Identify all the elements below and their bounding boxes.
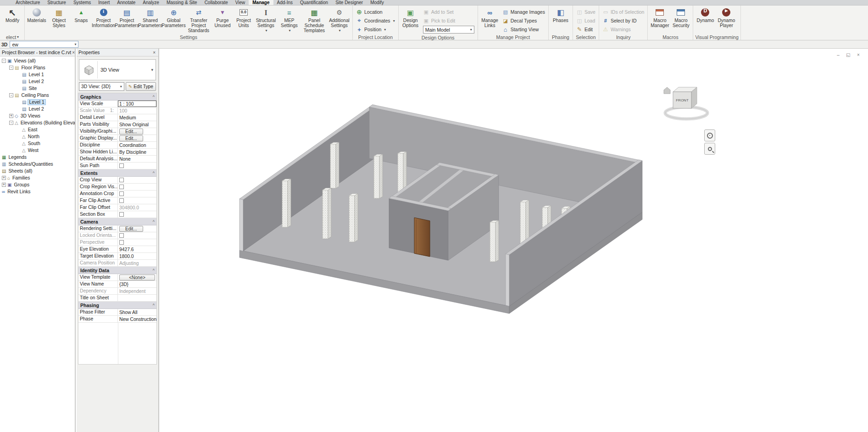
tree-item-floor-plans[interactable]: -Floor Plans	[0, 64, 75, 71]
tree-item-south[interactable]: South	[0, 140, 75, 147]
tab-view[interactable]: View	[232, 0, 249, 5]
crop-region-visible-checkbox[interactable]	[119, 185, 124, 189]
view-name-value[interactable]: {3D}	[118, 281, 156, 287]
view-selector-dropdown[interactable]: ew▾	[10, 41, 78, 48]
purge-unused-button[interactable]: Purge Unused	[212, 6, 233, 33]
tab-structure[interactable]: Structure	[44, 0, 70, 5]
perspective-checkbox[interactable]	[119, 240, 124, 245]
view-template-button[interactable]: <None>	[119, 275, 155, 281]
mep-settings-button[interactable]: MEP Settings▾	[278, 6, 301, 33]
tree-item-level-2[interactable]: Level 2	[0, 78, 75, 85]
far-clip-active-checkbox[interactable]	[119, 198, 124, 203]
structural-settings-button[interactable]: Structural Settings▾	[254, 6, 278, 33]
manage-images-button[interactable]: Manage Images	[501, 8, 547, 16]
building-model[interactable]	[160, 49, 868, 432]
eye-elevation-value[interactable]: 9427.6	[118, 246, 156, 252]
position-button[interactable]: Position▾	[354, 25, 397, 34]
coordinates-button[interactable]: Coordinates▾	[354, 17, 397, 25]
expander-icon[interactable]: -	[9, 93, 13, 97]
zoom-button[interactable]	[704, 143, 715, 155]
section-extents[interactable]: Extents^	[78, 169, 156, 177]
section-camera[interactable]: Camera^	[78, 218, 156, 225]
ids-of-selection-button[interactable]: IDs of Selection	[601, 8, 646, 16]
expander-icon[interactable]: +	[9, 114, 13, 118]
close-icon[interactable]: ×	[152, 50, 156, 55]
steering-wheel-button[interactable]	[704, 129, 715, 141]
default-analysis-value[interactable]: None	[118, 156, 156, 162]
snaps-button[interactable]: Snaps	[71, 6, 92, 33]
properties-header[interactable]: Properties×	[77, 49, 158, 56]
dynamo-button[interactable]: Dynamo	[695, 6, 716, 33]
tab-collaborate[interactable]: Collaborate	[201, 0, 232, 5]
section-graphics[interactable]: Graphics^	[78, 93, 156, 101]
crop-view-checkbox[interactable]	[119, 178, 124, 182]
tree-item-site[interactable]: Site	[0, 85, 75, 92]
view-cube[interactable]: FRONT	[660, 82, 711, 124]
concrete-column[interactable]	[490, 221, 499, 262]
tab-manage[interactable]: Manage	[249, 0, 273, 5]
tree-item-legends[interactable]: Legends	[0, 154, 75, 161]
project-units-button[interactable]: 0.0Project Units	[233, 6, 254, 33]
type-selector[interactable]: 3D View ▾	[79, 59, 156, 80]
macro-security-button[interactable]: Macro Security	[670, 6, 691, 33]
visibility-edit-button[interactable]: Edit...	[119, 129, 143, 135]
phase-filter-value[interactable]: Show All	[118, 309, 156, 315]
project-information-button[interactable]: Project Information	[92, 6, 115, 33]
decal-types-button[interactable]: Decal Types	[501, 17, 547, 25]
expander-icon[interactable]: -	[2, 59, 6, 63]
tab-add-ins[interactable]: Add-Ins	[273, 0, 296, 5]
project-parameters-button[interactable]: Project Parameters	[115, 6, 139, 33]
project-browser-header[interactable]: Project Browser - test indice C.rvt×	[0, 49, 75, 56]
door[interactable]	[414, 218, 430, 257]
tree-item-revit-links[interactable]: Revit Links	[0, 188, 75, 195]
tree-item-ceiling-level-2[interactable]: Level 2	[0, 106, 75, 112]
tab-quantification[interactable]: Quantification	[296, 0, 332, 5]
save-selection-button[interactable]: Save	[574, 8, 597, 16]
tab-systems[interactable]: Systems	[70, 0, 95, 5]
tree-item-sheets[interactable]: Sheets (all)	[0, 168, 75, 174]
rendering-settings-edit-button[interactable]: Edit...	[119, 226, 143, 232]
tab-massing-site[interactable]: Massing & Site	[163, 0, 201, 5]
home-icon[interactable]	[664, 87, 670, 94]
additional-settings-button[interactable]: Additional Settings▾	[328, 6, 351, 33]
instance-selector-dropdown[interactable]: 3D View: {3D}▾	[79, 82, 124, 91]
tab-analyze[interactable]: Analyze	[139, 0, 163, 5]
tab-site-designer[interactable]: Site Designer	[332, 0, 367, 5]
tree-item-views-all[interactable]: -Views (all)	[0, 57, 75, 64]
dynamo-player-button[interactable]: Dynamo Player	[716, 6, 737, 33]
edit-type-button[interactable]: ✎Edit Type	[126, 82, 156, 91]
tree-item-elevations[interactable]: -Elevations (Building Elevation	[0, 119, 75, 126]
graphic-display-edit-button[interactable]: Edit...	[119, 135, 143, 141]
locked-orientation-checkbox[interactable]	[119, 233, 124, 238]
view-scale-value[interactable]: 1 : 100	[118, 101, 156, 107]
phases-button[interactable]: Phases	[550, 6, 571, 33]
close-icon[interactable]: ×	[71, 50, 75, 55]
3d-viewport[interactable]: – ◱ ×	[160, 49, 868, 432]
starting-view-button[interactable]: Starting View	[501, 25, 547, 34]
sun-path-checkbox[interactable]	[119, 163, 124, 168]
expander-icon[interactable]: +	[2, 176, 6, 180]
panel-schedule-templates-button[interactable]: Panel Schedule Templates	[301, 6, 328, 33]
section-box-checkbox[interactable]	[119, 212, 124, 217]
tree-item-ceiling-plans[interactable]: -Ceiling Plans	[0, 92, 75, 99]
location-button[interactable]: Location	[354, 8, 397, 16]
tree-item-families[interactable]: +Families	[0, 174, 75, 181]
tree-item-west[interactable]: West	[0, 147, 75, 154]
title-on-sheet-value[interactable]	[118, 295, 156, 301]
target-elevation-value[interactable]: 1800.0	[118, 253, 156, 259]
design-options-button[interactable]: Design Options	[400, 6, 421, 33]
select-panel-label[interactable]: elect▾	[0, 34, 24, 40]
section-phasing[interactable]: Phasing^	[78, 302, 156, 309]
tree-item-ceiling-level-1-selected[interactable]: Level 1	[0, 99, 75, 106]
tree-item-groups[interactable]: +Groups	[0, 181, 75, 188]
discipline-value[interactable]: Coordination	[118, 142, 156, 148]
active-design-option-dropdown[interactable]: Main Model▾	[423, 26, 474, 34]
warnings-button[interactable]: Warnings	[601, 25, 646, 34]
section-identity-data[interactable]: Identity Data^	[78, 267, 156, 274]
global-parameters-button[interactable]: Global Parameters	[162, 6, 185, 33]
tab-architecture[interactable]: Architecture	[12, 0, 44, 5]
select-by-id-button[interactable]: Select by ID	[601, 17, 646, 25]
tree-item-3d-views[interactable]: +3D Views	[0, 112, 75, 119]
macro-manager-button[interactable]: Macro Manager	[649, 6, 670, 33]
tree-item-schedules[interactable]: Schedules/Quantities	[0, 161, 75, 168]
